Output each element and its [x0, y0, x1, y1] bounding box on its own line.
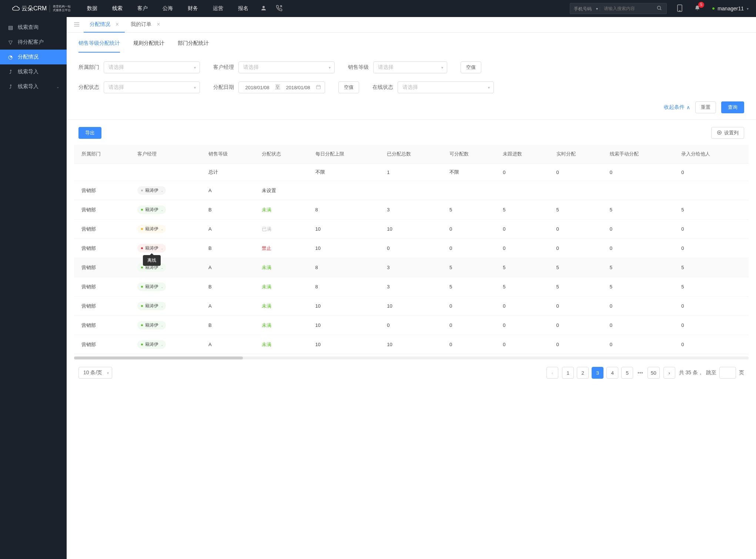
page-tab[interactable]: 分配情况×	[84, 17, 125, 33]
nav-item[interactable]: 财务	[186, 5, 200, 12]
column-header: 录入分给他人	[677, 145, 749, 164]
close-icon[interactable]: ×	[157, 21, 160, 27]
sidebar-icon: ▤	[7, 24, 13, 30]
scrollbar-thumb[interactable]	[74, 357, 243, 359]
manager-chip[interactable]: 籍涛伊⌄	[137, 244, 166, 252]
table-row[interactable]: 营销部籍涛伊⌄B未满8355555	[74, 200, 749, 220]
mobile-icon[interactable]	[677, 4, 682, 13]
bell-icon[interactable]: 5	[694, 5, 700, 13]
empty-value-button[interactable]: 空值	[461, 61, 481, 73]
search-button[interactable]: 查询	[721, 101, 744, 113]
table-row[interactable]: 营销部籍涛伊⌄A未满8355555	[74, 258, 749, 277]
sidebar-item[interactable]: ◔分配情况	[0, 50, 67, 64]
filter-panel: 所属部门 请选择▾ 客户经理 请选择▾ 销售等级 请选择▾ 空值 分	[67, 53, 756, 120]
manager-chip[interactable]: 籍涛伊⌄	[137, 282, 166, 291]
search-icon[interactable]	[652, 5, 666, 12]
column-header: 分配状态	[257, 145, 311, 164]
empty-value-button-2[interactable]: 空值	[338, 81, 359, 93]
summary-row: 总计不限1不限0000	[74, 164, 749, 181]
user-icon[interactable]	[260, 5, 267, 13]
manager-chip[interactable]: 籍涛伊⌄	[137, 205, 166, 214]
page-tab[interactable]: 我的订单×	[125, 17, 166, 33]
last-page-button[interactable]: 50	[648, 367, 660, 379]
table-row[interactable]: 营销部籍涛伊⌄A未满101000000	[74, 335, 749, 354]
status-dot	[141, 344, 143, 345]
manager-chip[interactable]: 籍涛伊⌄	[137, 225, 166, 233]
jump-page-input[interactable]	[719, 367, 736, 379]
chevron-down-icon: ▾	[441, 66, 443, 70]
table-row[interactable]: 营销部籍涛伊⌄A未设置	[74, 181, 749, 200]
date-to-input[interactable]	[283, 85, 313, 90]
page-size-select[interactable]: 10 条/页▾	[78, 367, 112, 379]
status-dot	[141, 305, 143, 307]
chevron-down-icon: ⌄	[161, 189, 164, 193]
date-from-input[interactable]	[242, 85, 272, 90]
manager-chip[interactable]: 籍涛伊⌄	[137, 302, 166, 310]
logo-text: 云朵CRM	[21, 5, 47, 13]
page-tabs: 分配情况×我的订单×	[67, 17, 756, 33]
dept-select[interactable]: 请选择▾	[104, 61, 200, 73]
sidebar-icon: ⤴	[7, 69, 13, 75]
column-header: 可分配数	[445, 145, 498, 164]
table-row[interactable]: 营销部籍涛伊⌄A未满101000000	[74, 297, 749, 316]
collapse-filters-link[interactable]: 收起条件∧	[664, 104, 690, 111]
table-row[interactable]: 营销部籍涛伊⌄A已满101000000	[74, 220, 749, 239]
search-input[interactable]	[600, 3, 652, 14]
search-container: 手机号码 ▾	[570, 3, 667, 14]
manager-select[interactable]: 请选择▾	[238, 61, 335, 73]
sidebar-item[interactable]: ▤线索查询	[0, 20, 67, 35]
chevron-down-icon: ▾	[747, 7, 749, 11]
sub-tab[interactable]: 销售等级分配统计	[78, 40, 120, 53]
sidebar-item[interactable]: ⤴线索导入⌄	[0, 79, 67, 94]
chevron-down-icon: ⌄	[161, 343, 164, 347]
sub-tab[interactable]: 规则分配统计	[133, 40, 164, 53]
manager-chip[interactable]: 籍涛伊⌄	[137, 186, 166, 195]
chevron-down-icon: ⌄	[161, 266, 164, 270]
date-range-picker[interactable]: 至	[238, 81, 325, 93]
column-settings-button[interactable]: 设置列	[711, 127, 744, 139]
chevron-down-icon: ⌄	[161, 285, 164, 289]
status-select[interactable]: 请选择▾	[104, 81, 200, 93]
level-select[interactable]: 请选择▾	[373, 61, 447, 73]
status-dot	[141, 228, 143, 230]
prev-page-button[interactable]: ‹	[546, 367, 558, 379]
nav-item[interactable]: 客户	[136, 5, 149, 12]
page-number-button[interactable]: 5	[621, 367, 633, 379]
horizontal-scrollbar[interactable]	[74, 357, 749, 359]
close-icon[interactable]: ×	[116, 21, 119, 27]
page-number-button[interactable]: 1	[562, 367, 574, 379]
column-header: 已分配总数	[382, 145, 445, 164]
manager-chip[interactable]: 籍涛伊⌄	[137, 340, 166, 349]
table-row[interactable]: 营销部籍涛伊⌄离线B禁止10000000	[74, 239, 749, 258]
sidebar-item-label: 线索导入	[18, 68, 39, 75]
nav-item[interactable]: 数据	[86, 5, 99, 12]
nav-item[interactable]: 报名	[237, 5, 250, 12]
export-button[interactable]: 导出	[78, 127, 101, 139]
status-dot	[141, 267, 143, 268]
status-dot	[141, 286, 143, 288]
table-row[interactable]: 营销部籍涛伊⌄B未满10000000	[74, 316, 749, 335]
notification-badge: 5	[698, 2, 704, 8]
top-header: 云朵CRM 教育机构一站 式服务云平台 数据线索客户公海财务运营报名 手机号码 …	[0, 0, 756, 17]
next-page-button[interactable]: ›	[663, 367, 675, 379]
online-select[interactable]: 请选择▾	[398, 81, 494, 93]
menu-toggle-icon[interactable]	[71, 22, 82, 28]
phone-outgoing-icon[interactable]	[276, 5, 282, 13]
search-type-select[interactable]: 手机号码	[570, 6, 600, 11]
page-number-button[interactable]: 3	[592, 367, 603, 379]
filter-label-level: 销售等级	[348, 64, 369, 71]
nav-item[interactable]: 公海	[161, 5, 174, 12]
nav-item[interactable]: 线索	[111, 5, 124, 12]
sub-tab[interactable]: 部门分配统计	[178, 40, 209, 53]
reset-button[interactable]: 重置	[695, 101, 716, 113]
page-number-button[interactable]: 2	[577, 367, 589, 379]
nav-item[interactable]: 运营	[211, 5, 225, 12]
table-row[interactable]: 营销部籍涛伊⌄B未满8355555	[74, 277, 749, 297]
sidebar-item[interactable]: ⤴线索导入	[0, 64, 67, 79]
offline-tooltip: 离线	[143, 255, 161, 266]
page-number-button[interactable]: 4	[606, 367, 618, 379]
column-header: 线索手动分配	[605, 145, 677, 164]
user-menu[interactable]: manager11 ▾	[712, 6, 749, 11]
sidebar-item[interactable]: ▽待分配客户	[0, 35, 67, 50]
manager-chip[interactable]: 籍涛伊⌄	[137, 321, 166, 329]
